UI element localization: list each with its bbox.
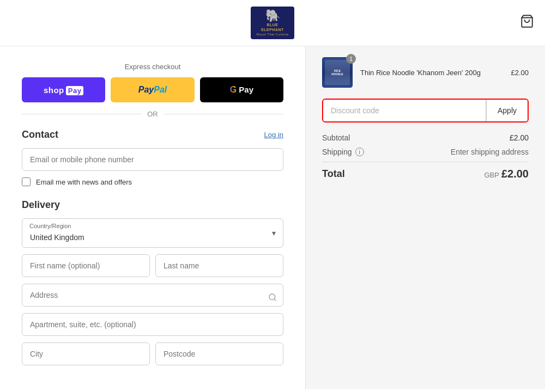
search-icon — [268, 293, 277, 304]
shipping-row: Shipping i Enter shipping address — [322, 148, 529, 156]
express-checkout-label: Express checkout — [22, 63, 283, 71]
newsletter-label: Email me with news and offers — [36, 178, 132, 186]
country-select-wrapper: Country/Region United Kingdom ▾ — [22, 218, 283, 248]
total-label: Total — [322, 168, 345, 180]
or-divider: OR — [22, 110, 283, 118]
order-summary: RICENOODLE 1 Thin Rice Noodle 'Khanom Je… — [305, 46, 545, 389]
newsletter-row: Email me with news and offers — [22, 177, 283, 186]
name-row — [22, 254, 283, 277]
city-postcode-row — [22, 342, 283, 365]
cart-icon[interactable] — [520, 14, 534, 32]
address-field-wrap — [22, 284, 283, 313]
header: 🐘 BLUEELEPHANTRoyal Thai Cuisine — [0, 0, 545, 46]
discount-code-section: Apply — [322, 99, 529, 122]
postcode-field[interactable] — [155, 342, 283, 365]
total-row: Total GBP£2.00 — [322, 168, 529, 180]
address-field[interactable] — [22, 284, 283, 307]
subtotal-value: £2.00 — [510, 133, 529, 142]
country-label: Country/Region — [29, 223, 71, 229]
svg-line-2 — [274, 299, 276, 301]
shipping-label: Shipping i — [322, 148, 364, 156]
shipping-value: Enter shipping address — [451, 148, 529, 156]
logo: 🐘 BLUEELEPHANTRoyal Thai Cuisine — [251, 7, 294, 39]
total-amount: GBP£2.00 — [484, 168, 529, 180]
logo-elephant-icon: 🐘 — [265, 9, 280, 23]
product-image-wrap: RICENOODLE 1 — [322, 57, 353, 88]
shop-pay-button[interactable]: shopPay — [22, 77, 105, 102]
shop-pay-label: shopPay — [44, 85, 83, 95]
gpay-label: G Pay — [230, 85, 253, 95]
express-checkout-buttons: shopPay PayPal G Pay — [22, 77, 283, 102]
logo-text: BLUEELEPHANTRoyal Thai Cuisine — [256, 23, 288, 36]
paypal-button[interactable]: PayPal — [111, 77, 194, 102]
checkout-form: Express checkout shopPay PayPal G Pay OR… — [0, 46, 305, 389]
product-price: £2.00 — [511, 69, 529, 77]
first-name-field[interactable] — [22, 254, 150, 277]
apartment-field[interactable] — [22, 313, 283, 336]
last-name-field[interactable] — [155, 254, 283, 277]
shipping-info-icon[interactable]: i — [355, 148, 364, 156]
apply-button[interactable]: Apply — [486, 100, 528, 121]
discount-code-input[interactable] — [323, 100, 486, 121]
product-info: Thin Rice Noodle 'Khanom Jeen' 200g — [360, 69, 503, 77]
product-quantity-badge: 1 — [346, 54, 356, 64]
city-field[interactable] — [22, 342, 150, 365]
newsletter-checkbox[interactable] — [22, 177, 31, 186]
main-layout: Express checkout shopPay PayPal G Pay OR… — [0, 46, 545, 389]
product-item: RICENOODLE 1 Thin Rice Noodle 'Khanom Je… — [322, 57, 529, 88]
subtotal-row: Subtotal £2.00 — [322, 133, 529, 142]
total-currency: GBP — [484, 171, 499, 179]
subtotal-label: Subtotal — [322, 133, 350, 142]
delivery-title: Delivery — [22, 199, 283, 211]
gpay-button[interactable]: G Pay — [200, 77, 283, 102]
login-link[interactable]: Log in — [264, 131, 283, 139]
product-name: Thin Rice Noodle 'Khanom Jeen' 200g — [360, 69, 503, 77]
email-field[interactable] — [22, 148, 283, 171]
contact-title: Contact — [22, 129, 58, 140]
summary-divider — [322, 162, 529, 162]
paypal-label: PayPal — [138, 85, 167, 95]
contact-header: Contact Log in — [22, 129, 283, 140]
